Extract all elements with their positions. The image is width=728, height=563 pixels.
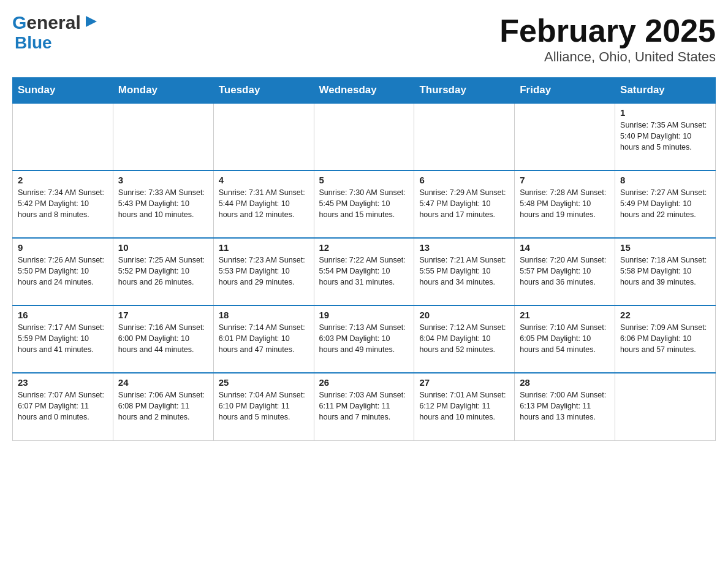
- day-sun-info: Sunrise: 7:10 AM Sunset: 6:05 PM Dayligh…: [520, 322, 610, 355]
- day-sun-info: Sunrise: 7:25 AM Sunset: 5:52 PM Dayligh…: [118, 255, 208, 288]
- day-number: 7: [520, 175, 610, 185]
- calendar-week-row: 1Sunrise: 7:35 AM Sunset: 5:40 PM Daylig…: [13, 103, 716, 170]
- calendar-cell: 2Sunrise: 7:34 AM Sunset: 5:42 PM Daylig…: [13, 170, 113, 238]
- day-sun-info: Sunrise: 7:20 AM Sunset: 5:57 PM Dayligh…: [520, 255, 610, 288]
- day-number: 3: [118, 175, 208, 185]
- day-number: 2: [18, 175, 108, 185]
- day-sun-info: Sunrise: 7:01 AM Sunset: 6:12 PM Dayligh…: [419, 389, 509, 423]
- day-header-friday: Friday: [515, 78, 615, 104]
- day-number: 12: [319, 242, 409, 253]
- logo-blue-text: Blue: [15, 33, 52, 52]
- day-number: 8: [620, 175, 710, 185]
- calendar-week-row: 16Sunrise: 7:17 AM Sunset: 5:59 PM Dayli…: [13, 305, 716, 373]
- calendar-cell: 16Sunrise: 7:17 AM Sunset: 5:59 PM Dayli…: [13, 305, 113, 373]
- calendar-cell: 3Sunrise: 7:33 AM Sunset: 5:43 PM Daylig…: [113, 170, 213, 238]
- day-number: 23: [18, 377, 108, 388]
- calendar-cell: 20Sunrise: 7:12 AM Sunset: 6:04 PM Dayli…: [414, 305, 515, 373]
- day-sun-info: Sunrise: 7:27 AM Sunset: 5:49 PM Dayligh…: [620, 187, 710, 220]
- day-number: 4: [219, 175, 309, 185]
- day-sun-info: Sunrise: 7:35 AM Sunset: 5:40 PM Dayligh…: [620, 120, 710, 153]
- day-sun-info: Sunrise: 7:14 AM Sunset: 6:01 PM Dayligh…: [219, 322, 309, 355]
- day-sun-info: Sunrise: 7:07 AM Sunset: 6:07 PM Dayligh…: [18, 389, 108, 423]
- day-number: 13: [419, 242, 509, 253]
- day-sun-info: Sunrise: 7:26 AM Sunset: 5:50 PM Dayligh…: [18, 255, 108, 288]
- day-sun-info: Sunrise: 7:16 AM Sunset: 6:00 PM Dayligh…: [118, 322, 208, 355]
- calendar-cell: 6Sunrise: 7:29 AM Sunset: 5:47 PM Daylig…: [414, 170, 515, 238]
- day-sun-info: Sunrise: 7:12 AM Sunset: 6:04 PM Dayligh…: [419, 322, 509, 355]
- day-sun-info: Sunrise: 7:18 AM Sunset: 5:58 PM Dayligh…: [620, 255, 710, 288]
- calendar-cell: 8Sunrise: 7:27 AM Sunset: 5:49 PM Daylig…: [615, 170, 716, 238]
- day-number: 16: [18, 310, 108, 320]
- calendar-cell: 17Sunrise: 7:16 AM Sunset: 6:00 PM Dayli…: [113, 305, 213, 373]
- day-sun-info: Sunrise: 7:13 AM Sunset: 6:03 PM Dayligh…: [319, 322, 409, 355]
- day-header-sunday: Sunday: [13, 78, 113, 104]
- day-sun-info: Sunrise: 7:31 AM Sunset: 5:44 PM Dayligh…: [219, 187, 309, 220]
- page-header: General Blue February 2025 Alliance, Ohi…: [12, 12, 716, 65]
- day-sun-info: Sunrise: 7:30 AM Sunset: 5:45 PM Dayligh…: [319, 187, 409, 220]
- calendar-subtitle: Alliance, Ohio, United States: [499, 49, 716, 65]
- day-number: 19: [319, 310, 409, 320]
- calendar-week-row: 2Sunrise: 7:34 AM Sunset: 5:42 PM Daylig…: [13, 170, 716, 238]
- calendar-cell: 25Sunrise: 7:04 AM Sunset: 6:10 PM Dayli…: [213, 373, 314, 440]
- day-sun-info: Sunrise: 7:33 AM Sunset: 5:43 PM Dayligh…: [118, 187, 208, 220]
- calendar-cell: 11Sunrise: 7:23 AM Sunset: 5:53 PM Dayli…: [213, 238, 314, 305]
- day-sun-info: Sunrise: 7:29 AM Sunset: 5:47 PM Dayligh…: [419, 187, 509, 220]
- day-number: 1: [620, 107, 710, 118]
- calendar-cell: [113, 103, 213, 170]
- calendar-cell: 28Sunrise: 7:00 AM Sunset: 6:13 PM Dayli…: [515, 373, 615, 440]
- day-sun-info: Sunrise: 7:09 AM Sunset: 6:06 PM Dayligh…: [620, 322, 710, 355]
- calendar-cell: 22Sunrise: 7:09 AM Sunset: 6:06 PM Dayli…: [615, 305, 716, 373]
- day-sun-info: Sunrise: 7:23 AM Sunset: 5:53 PM Dayligh…: [219, 255, 309, 288]
- calendar-cell: 24Sunrise: 7:06 AM Sunset: 6:08 PM Dayli…: [113, 373, 213, 440]
- title-block: February 2025 Alliance, Ohio, United Sta…: [499, 12, 716, 65]
- day-sun-info: Sunrise: 7:04 AM Sunset: 6:10 PM Dayligh…: [219, 389, 309, 423]
- calendar-week-row: 9Sunrise: 7:26 AM Sunset: 5:50 PM Daylig…: [13, 238, 716, 305]
- logo-arrow-icon: [86, 16, 97, 27]
- calendar-cell: [615, 373, 716, 440]
- day-number: 10: [118, 242, 208, 253]
- day-sun-info: Sunrise: 7:00 AM Sunset: 6:13 PM Dayligh…: [520, 389, 610, 423]
- day-header-wednesday: Wednesday: [314, 78, 414, 104]
- calendar-cell: 9Sunrise: 7:26 AM Sunset: 5:50 PM Daylig…: [13, 238, 113, 305]
- day-sun-info: Sunrise: 7:06 AM Sunset: 6:08 PM Dayligh…: [118, 389, 208, 423]
- calendar-cell: 15Sunrise: 7:18 AM Sunset: 5:58 PM Dayli…: [615, 238, 716, 305]
- logo-general-text: General: [12, 12, 97, 33]
- calendar-cell: [13, 103, 113, 170]
- day-number: 5: [319, 175, 409, 185]
- calendar-cell: [414, 103, 515, 170]
- day-number: 15: [620, 242, 710, 253]
- calendar-cell: [314, 103, 414, 170]
- calendar-cell: 14Sunrise: 7:20 AM Sunset: 5:57 PM Dayli…: [515, 238, 615, 305]
- day-number: 26: [319, 377, 409, 388]
- day-number: 6: [419, 175, 509, 185]
- calendar-cell: 18Sunrise: 7:14 AM Sunset: 6:01 PM Dayli…: [213, 305, 314, 373]
- calendar-cell: 5Sunrise: 7:30 AM Sunset: 5:45 PM Daylig…: [314, 170, 414, 238]
- day-number: 25: [219, 377, 309, 388]
- day-sun-info: Sunrise: 7:28 AM Sunset: 5:48 PM Dayligh…: [520, 187, 610, 220]
- calendar-table: SundayMondayTuesdayWednesdayThursdayFrid…: [12, 77, 716, 441]
- calendar-cell: 23Sunrise: 7:07 AM Sunset: 6:07 PM Dayli…: [13, 373, 113, 440]
- calendar-cell: 21Sunrise: 7:10 AM Sunset: 6:05 PM Dayli…: [515, 305, 615, 373]
- calendar-title: February 2025: [499, 12, 716, 49]
- calendar-cell: 7Sunrise: 7:28 AM Sunset: 5:48 PM Daylig…: [515, 170, 615, 238]
- calendar-cell: 12Sunrise: 7:22 AM Sunset: 5:54 PM Dayli…: [314, 238, 414, 305]
- calendar-cell: 13Sunrise: 7:21 AM Sunset: 5:55 PM Dayli…: [414, 238, 515, 305]
- calendar-cell: 19Sunrise: 7:13 AM Sunset: 6:03 PM Dayli…: [314, 305, 414, 373]
- svg-marker-0: [86, 16, 97, 27]
- day-header-saturday: Saturday: [615, 78, 716, 104]
- day-header-thursday: Thursday: [414, 78, 515, 104]
- logo-g-letter: G: [12, 12, 26, 33]
- day-number: 28: [520, 377, 610, 388]
- day-header-tuesday: Tuesday: [213, 78, 314, 104]
- calendar-header-row: SundayMondayTuesdayWednesdayThursdayFrid…: [13, 78, 716, 104]
- day-sun-info: Sunrise: 7:21 AM Sunset: 5:55 PM Dayligh…: [419, 255, 509, 288]
- day-sun-info: Sunrise: 7:34 AM Sunset: 5:42 PM Dayligh…: [18, 187, 108, 220]
- calendar-cell: 27Sunrise: 7:01 AM Sunset: 6:12 PM Dayli…: [414, 373, 515, 440]
- day-number: 18: [219, 310, 309, 320]
- day-number: 14: [520, 242, 610, 253]
- day-number: 20: [419, 310, 509, 320]
- day-sun-info: Sunrise: 7:17 AM Sunset: 5:59 PM Dayligh…: [18, 322, 108, 355]
- day-number: 24: [118, 377, 208, 388]
- calendar-cell: 4Sunrise: 7:31 AM Sunset: 5:44 PM Daylig…: [213, 170, 314, 238]
- day-number: 22: [620, 310, 710, 320]
